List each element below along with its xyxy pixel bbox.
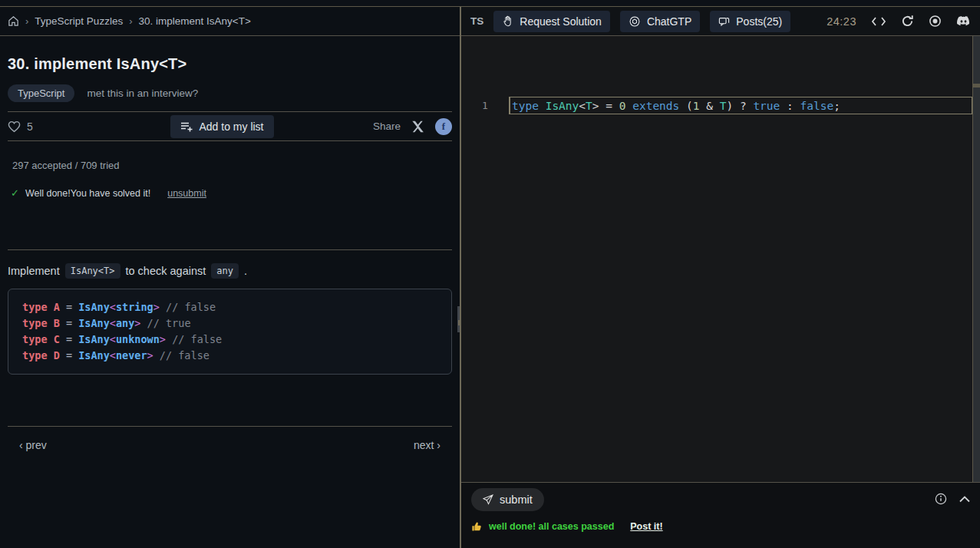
prev-button[interactable]: ‹ prev — [19, 439, 47, 451]
breadcrumb-item-puzzles[interactable]: TypeScript Puzzles — [35, 15, 123, 27]
code-brackets-icon[interactable] — [871, 16, 886, 27]
post-it-link[interactable]: Post it! — [630, 521, 662, 532]
next-label: next — [414, 439, 434, 451]
app-window: › TypeScript Puzzles › 30. implement IsA… — [0, 0, 980, 548]
request-solution-label: Request Solution — [520, 15, 602, 28]
editor-scrollbar[interactable] — [972, 36, 980, 482]
add-to-list-button[interactable]: Add to my list — [170, 115, 273, 138]
request-solution-button[interactable]: Request Solution — [493, 11, 610, 32]
example-code-line: type B = IsAny<any> // true — [22, 315, 444, 332]
prev-label: prev — [26, 439, 47, 451]
facebook-icon[interactable]: f — [435, 118, 452, 135]
add-to-list-label: Add to my list — [199, 120, 263, 133]
editor-panel: TS Request Solution ChatGTP — [461, 7, 980, 548]
inline-code-any: any — [211, 263, 239, 279]
paper-plane-icon — [483, 494, 493, 505]
submit-button[interactable]: submit — [471, 488, 544, 511]
overview-ruler-mark — [973, 84, 980, 87]
breadcrumb-item-current[interactable]: 30. implement IsAny<T> — [138, 15, 250, 27]
posts-button[interactable]: Posts(25) — [710, 11, 790, 32]
submit-label: submit — [500, 494, 533, 506]
editor-toolbar: TS Request Solution ChatGTP — [461, 7, 980, 36]
example-code-block: type A = IsAny<string> // falsetype B = … — [8, 289, 452, 375]
inline-code-isany: IsAny<T> — [65, 263, 120, 279]
divider — [8, 426, 452, 427]
home-icon[interactable] — [8, 15, 19, 27]
line-number: 1 — [461, 100, 509, 111]
info-icon[interactable] — [935, 493, 947, 505]
unsubmit-link[interactable]: unsubmit — [167, 188, 206, 199]
example-code-line: type D = IsAny<never> // false — [22, 348, 444, 364]
description-text: Implement — [8, 265, 60, 277]
timer-display: 24:23 — [827, 15, 856, 28]
breadcrumb-separator: › — [25, 15, 28, 27]
record-icon[interactable] — [929, 15, 942, 28]
openai-icon — [629, 15, 641, 28]
thumbs-up-icon — [471, 521, 482, 532]
breadcrumb-separator: › — [129, 15, 132, 27]
discord-icon[interactable] — [956, 15, 971, 27]
posts-icon — [718, 15, 730, 27]
x-twitter-icon[interactable] — [411, 120, 424, 133]
chevron-right-icon: › — [437, 439, 441, 451]
check-icon: ✓ — [11, 187, 19, 199]
description-text: to check against — [126, 265, 206, 277]
ts-language-label: TS — [470, 15, 483, 27]
breadcrumb: › TypeScript Puzzles › 30. implement IsA… — [0, 7, 460, 36]
problem-panel: › TypeScript Puzzles › 30. implement IsA… — [0, 7, 460, 548]
chevron-left-icon: ‹ — [19, 439, 23, 451]
example-code-line: type C = IsAny<unknown> // false — [22, 332, 444, 348]
solved-message: Well done!You have solved it! — [25, 188, 150, 199]
add-list-icon — [180, 120, 193, 133]
divider — [8, 140, 452, 141]
divider — [8, 249, 452, 250]
chatgtp-button[interactable]: ChatGTP — [620, 11, 700, 32]
typescript-badge[interactable]: TypeScript — [8, 84, 74, 102]
top-strip — [0, 0, 980, 7]
problem-description: Implement IsAny<T> to check against any … — [8, 263, 452, 279]
example-code-line: type A = IsAny<string> // false — [22, 299, 444, 315]
hand-icon — [502, 15, 513, 27]
editor-footer: submit well done! all cases passed Post — [461, 482, 980, 548]
next-button[interactable]: next › — [414, 439, 441, 451]
like-count: 5 — [27, 120, 33, 133]
acceptance-stats: 297 accepted / 709 tried — [8, 160, 452, 171]
like-button[interactable]: 5 — [8, 120, 77, 133]
heart-icon — [8, 120, 21, 133]
interview-link[interactable]: met this in an interview? — [87, 87, 198, 99]
share-label: Share — [373, 120, 401, 132]
refresh-icon[interactable] — [901, 15, 914, 28]
chevron-up-icon[interactable] — [959, 496, 970, 503]
chatgtp-label: ChatGTP — [647, 15, 691, 28]
description-text: . — [244, 265, 247, 277]
status-message: well done! all cases passed — [489, 521, 614, 532]
editor-line-1[interactable]: type IsAny<T> = 0 extends (1 & T) ? true… — [509, 97, 972, 114]
posts-label: Posts(25) — [736, 15, 782, 28]
code-editor[interactable]: 1 type IsAny<T> = 0 extends (1 & T) ? tr… — [461, 36, 980, 482]
page-title: 30. implement IsAny<T> — [8, 55, 452, 73]
